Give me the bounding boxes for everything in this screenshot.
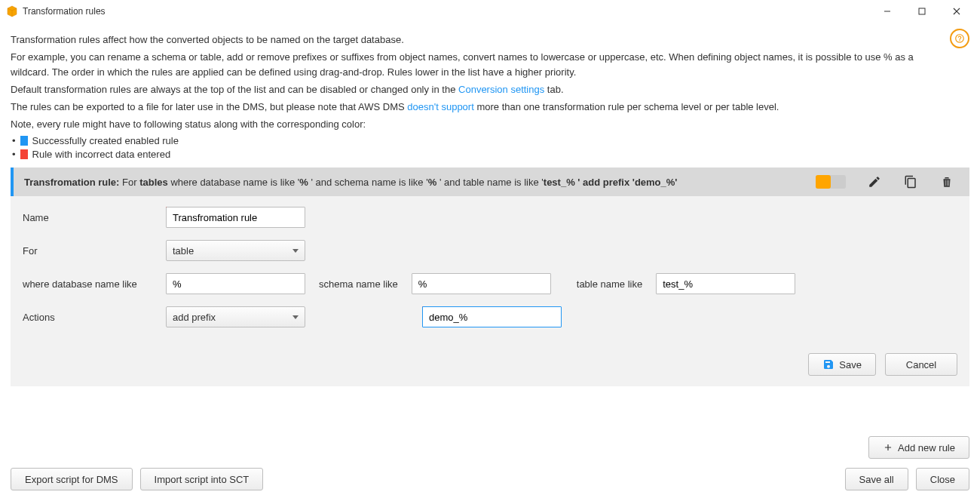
intro-p3-text2: tab. (547, 84, 564, 95)
cancel-button[interactable]: Cancel (885, 353, 957, 376)
intro-p4: The rules can be exported to a file for … (11, 100, 945, 115)
rule-header-actions (816, 174, 959, 189)
schema-name-input[interactable] (412, 273, 551, 294)
name-input[interactable] (166, 207, 305, 228)
maximize-button[interactable] (905, 0, 939, 23)
rule-footer: Save Cancel (23, 353, 957, 376)
rule-body: Name For table where database name like … (11, 196, 969, 386)
chevron-down-icon (292, 249, 299, 253)
intro-p1: Transformation rules affect how the conv… (11, 32, 945, 48)
save-all-button[interactable]: Save all (845, 468, 908, 490)
minimize-button[interactable] (870, 0, 905, 23)
close-window-button[interactable] (939, 0, 974, 23)
intro-p4-text: The rules can be exported to a file for … (11, 101, 407, 112)
conversion-settings-link[interactable]: Conversion settings (458, 84, 544, 95)
app-icon (6, 5, 18, 17)
footer-left: Export script for DMS Import script into… (11, 468, 263, 490)
for-select[interactable]: table (166, 240, 305, 261)
help-icon[interactable] (950, 29, 969, 48)
rule-summary: Transfromation rule: For tables where da… (24, 177, 816, 188)
legend-success: Successfully created enabled rule (11, 135, 969, 146)
actions-select[interactable]: add prefix (166, 306, 305, 327)
plus-icon (883, 442, 893, 453)
rule-card: Transfromation rule: For tables where da… (11, 168, 969, 386)
blue-swatch (20, 136, 28, 146)
table-name-input[interactable] (656, 273, 795, 294)
actions-label: Actions (23, 312, 166, 323)
delete-icon[interactable] (939, 174, 954, 189)
dialog-footer: Export script for DMS Import script into… (11, 436, 969, 490)
edit-icon[interactable] (867, 174, 882, 189)
db-label: where database name like (23, 278, 166, 290)
intro-p2: For example, you can rename a schema or … (11, 50, 945, 80)
footer-right: Save all Close (845, 468, 970, 490)
content-area: Transformation rules affect how the conv… (0, 23, 980, 386)
svg-rect-3 (919, 8, 925, 14)
schema-label: schema name like (319, 278, 398, 290)
intro-p5: Note, every rule might have to following… (11, 117, 945, 132)
chevron-down-icon (292, 315, 299, 319)
doesnt-support-link[interactable]: doesn't support (407, 101, 474, 112)
add-new-rule-button[interactable]: Add new rule (868, 436, 969, 459)
name-label: Name (23, 212, 166, 223)
for-label: For (23, 245, 166, 257)
rule-header: Transfromation rule: For tables where da… (11, 168, 969, 196)
legend-error: Rule with incorrect data entered (11, 149, 969, 160)
export-script-button[interactable]: Export script for DMS (11, 468, 133, 490)
red-swatch (20, 149, 28, 159)
table-label: table name like (577, 278, 642, 290)
intro-p3: Default transformation rules are always … (11, 82, 945, 97)
status-legend: Successfully created enabled rule Rule w… (11, 135, 969, 160)
action-value-input[interactable] (422, 306, 562, 327)
enable-toggle[interactable] (816, 175, 846, 189)
window-controls (870, 0, 974, 23)
copy-icon[interactable] (903, 174, 918, 189)
window-title: Transformation rules (23, 6, 106, 17)
close-button[interactable]: Close (916, 468, 969, 490)
save-button[interactable]: Save (808, 353, 876, 376)
intro-p4-text2: more than one transformation rule per sc… (476, 101, 779, 112)
intro-p3-text: Default transformation rules are always … (11, 84, 458, 95)
title-bar: Transformation rules (0, 0, 980, 23)
save-icon (822, 358, 835, 370)
db-name-input[interactable] (166, 273, 305, 294)
import-script-button[interactable]: Import script into SCT (140, 468, 264, 490)
